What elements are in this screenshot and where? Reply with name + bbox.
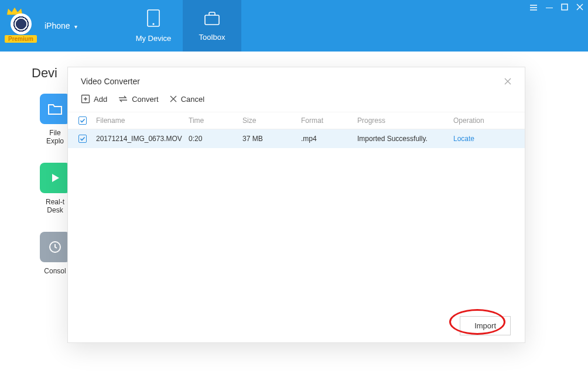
toolbox-icon (203, 10, 221, 28)
add-button[interactable]: Add (81, 94, 107, 104)
tab-toolbox[interactable]: Toolbox (183, 0, 241, 52)
modal-title: Video Converter (81, 77, 504, 86)
cell-filename: 20171214_IMG_0673.MOV (96, 135, 189, 143)
folder-icon (47, 102, 63, 115)
svg-rect-2 (205, 15, 219, 25)
window-close-button[interactable] (576, 4, 583, 12)
plus-square-icon (81, 94, 90, 104)
device-selector[interactable]: iPhone ▾ (45, 21, 77, 30)
col-filename: Filename (96, 116, 189, 125)
tab-label: Toolbox (199, 33, 225, 42)
app-logo: Premium (6, 5, 41, 46)
col-operation: Operation (453, 116, 514, 125)
row-checkbox[interactable] (78, 135, 87, 143)
minimize-button[interactable] (546, 8, 553, 12)
svg-rect-3 (562, 4, 568, 10)
device-label: iPhone (45, 21, 70, 30)
tablet-icon (146, 9, 161, 29)
cell-format: .mp4 (301, 135, 357, 143)
brand-area: Premium iPhone ▾ (0, 0, 124, 52)
check-icon (80, 118, 86, 124)
top-bar: Premium iPhone ▾ My Device Toolbox (0, 0, 588, 52)
modal-toolbar: Add Convert Cancel (68, 92, 525, 112)
window-controls (529, 4, 583, 12)
col-time: Time (189, 116, 242, 125)
select-all-checkbox[interactable] (78, 116, 87, 125)
video-converter-modal: Video Converter Add Convert Cancel Filen… (68, 67, 525, 342)
cell-size: 37 MB (242, 135, 301, 143)
check-icon (80, 136, 86, 142)
cell-time: 0:20 (189, 135, 242, 143)
col-format: Format (301, 116, 357, 125)
nav-tabs: My Device Toolbox (124, 0, 241, 52)
table-header: Filename Time Size Format Progress Opera… (68, 112, 525, 129)
cell-progress: Imported Successfully. (357, 135, 453, 143)
import-button[interactable]: Import (460, 316, 511, 335)
cancel-button[interactable]: Cancel (169, 94, 204, 104)
swap-icon (118, 95, 128, 103)
premium-ribbon: Premium (5, 35, 37, 43)
maximize-button[interactable] (561, 4, 568, 12)
modal-close-button[interactable] (504, 77, 512, 85)
tab-label: My Device (136, 34, 172, 43)
col-size: Size (242, 116, 301, 125)
convert-button[interactable]: Convert (118, 94, 159, 104)
modal-footer: Import (460, 316, 511, 335)
caret-down-icon: ▾ (74, 23, 77, 30)
button-label: Convert (132, 95, 159, 104)
menu-icon[interactable] (529, 4, 538, 12)
cell-operation: Locate (453, 135, 514, 143)
col-progress: Progress (357, 116, 453, 125)
table-row: 20171214_IMG_0673.MOV 0:20 37 MB .mp4 Im… (68, 129, 525, 148)
console-icon (48, 240, 62, 254)
button-label: Add (94, 95, 107, 104)
play-icon (49, 172, 61, 184)
modal-header: Video Converter (68, 67, 525, 92)
svg-marker-4 (52, 174, 59, 182)
button-label: Cancel (181, 95, 204, 104)
x-icon (169, 95, 177, 103)
locate-link[interactable]: Locate (453, 135, 474, 143)
svg-point-1 (152, 23, 154, 25)
tab-my-device[interactable]: My Device (124, 0, 183, 52)
